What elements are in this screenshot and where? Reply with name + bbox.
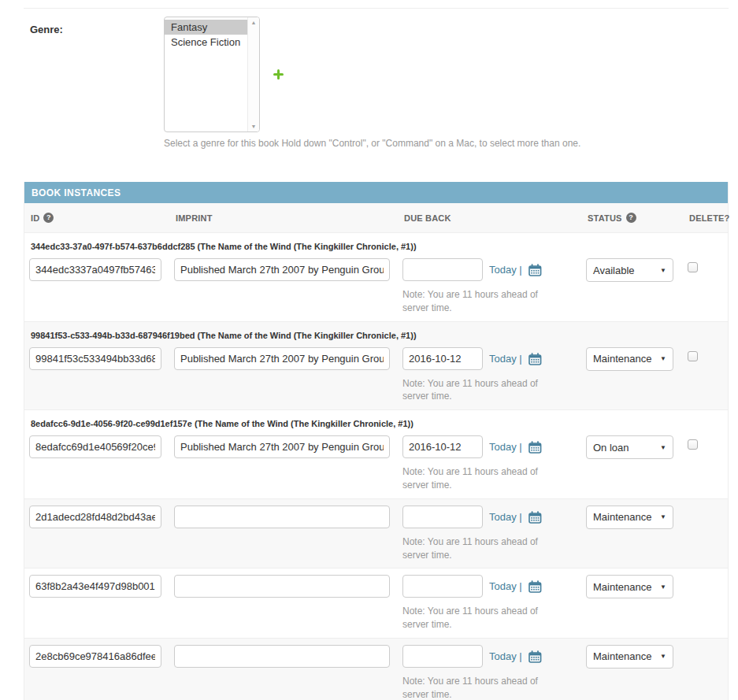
book-instance-row: 8edafcc6-9d1e-4056-9f20-ce99d1ef157e (Th… bbox=[24, 410, 728, 499]
imprint-input[interactable] bbox=[174, 506, 390, 528]
imprint-input[interactable] bbox=[174, 575, 390, 598]
id-input[interactable] bbox=[29, 435, 161, 458]
calendar-icon[interactable] bbox=[528, 441, 542, 454]
id-cell bbox=[29, 506, 174, 528]
today-link[interactable]: Today | bbox=[489, 353, 522, 365]
genre-help-text: Select a genre for this book Hold down "… bbox=[164, 138, 729, 149]
status-select[interactable]: Maintenance ▼ bbox=[586, 645, 673, 669]
id-cell bbox=[29, 575, 174, 598]
delete-cell bbox=[688, 435, 720, 452]
status-select[interactable]: Maintenance ▼ bbox=[586, 347, 673, 371]
genre-form-row: Genre: Fantasy Science Fiction ▲ ▼ Selec… bbox=[24, 8, 729, 149]
imprint-input[interactable] bbox=[174, 258, 390, 281]
column-header-imprint: IMPRINT bbox=[176, 213, 404, 223]
book-instance-row: Today | Note: You are 1 bbox=[24, 639, 728, 700]
instance-label: 344edc33-37a0-497f-b574-637b6ddcf285 (Th… bbox=[31, 242, 720, 251]
due-back-cell: Today | Note: You are 1 bbox=[402, 506, 586, 562]
imprint-input[interactable] bbox=[174, 347, 390, 370]
due-back-cell: Today | Note: You are 1 bbox=[402, 575, 586, 631]
genre-option-fantasy[interactable]: Fantasy bbox=[165, 20, 247, 35]
server-time-note: Note: You are 11 hours ahead of server t… bbox=[402, 605, 546, 631]
id-input[interactable] bbox=[29, 575, 161, 598]
calendar-icon[interactable] bbox=[528, 511, 542, 524]
calendar-icon[interactable] bbox=[528, 353, 542, 365]
due-back-cell: Today | Note: You are 1 bbox=[402, 435, 586, 492]
status-cell: Maintenance ▼ bbox=[586, 575, 688, 598]
delete-checkbox[interactable] bbox=[688, 439, 698, 450]
today-link[interactable]: Today | bbox=[489, 441, 522, 453]
id-cell bbox=[29, 645, 174, 668]
imprint-cell bbox=[174, 575, 402, 598]
calendar-icon[interactable] bbox=[528, 580, 542, 593]
status-select-value: On loan bbox=[593, 442, 629, 454]
today-link[interactable]: Today | bbox=[489, 511, 522, 523]
status-select-value: Maintenance bbox=[593, 650, 651, 662]
genre-option-science-fiction[interactable]: Science Fiction bbox=[165, 35, 247, 50]
delete-checkbox[interactable] bbox=[688, 351, 698, 361]
status-select[interactable]: Available ▼ bbox=[586, 258, 673, 282]
column-header-status: STATUS ? bbox=[588, 213, 689, 223]
chevron-down-icon: ▼ bbox=[660, 444, 666, 451]
status-select[interactable]: Maintenance ▼ bbox=[586, 506, 673, 529]
imprint-input[interactable] bbox=[174, 645, 390, 668]
imprint-cell bbox=[174, 506, 402, 528]
genre-option-list: Fantasy Science Fiction bbox=[165, 17, 247, 131]
status-help-question-icon: ? bbox=[626, 213, 636, 223]
listbox-scrollbar[interactable]: ▲ ▼ bbox=[247, 17, 259, 131]
imprint-cell bbox=[174, 258, 402, 281]
status-cell: Available ▼ bbox=[586, 258, 688, 282]
calendar-icon[interactable] bbox=[528, 650, 542, 663]
chevron-down-icon: ▼ bbox=[660, 355, 666, 362]
due-back-cell: Today | Note: You are 1 bbox=[402, 347, 586, 404]
imprint-cell bbox=[174, 645, 402, 668]
calendar-icon[interactable] bbox=[528, 264, 542, 276]
due-back-input[interactable] bbox=[402, 575, 483, 598]
genre-label: Genre: bbox=[30, 17, 164, 132]
imprint-cell bbox=[174, 347, 402, 370]
status-cell: On loan ▼ bbox=[586, 435, 688, 459]
due-back-input[interactable] bbox=[402, 435, 483, 458]
due-back-input[interactable] bbox=[402, 347, 483, 370]
server-time-note: Note: You are 11 hours ahead of server t… bbox=[402, 465, 546, 492]
id-input[interactable] bbox=[29, 506, 161, 528]
status-select[interactable]: Maintenance ▼ bbox=[586, 575, 673, 598]
due-back-cell: Today | Note: You are 1 bbox=[402, 258, 586, 315]
status-select-value: Available bbox=[593, 265, 635, 276]
due-back-input[interactable] bbox=[402, 645, 483, 668]
column-header-id: ID ? bbox=[31, 213, 176, 223]
book-edit-form: Genre: Fantasy Science Fiction ▲ ▼ Selec… bbox=[24, 8, 729, 700]
id-input[interactable] bbox=[29, 347, 161, 370]
chevron-down-icon: ▼ bbox=[660, 653, 666, 660]
id-cell bbox=[29, 258, 174, 281]
book-instance-row: 344edc33-37a0-497f-b574-637b6ddcf285 (Th… bbox=[24, 233, 728, 322]
status-select-value: Maintenance bbox=[593, 353, 651, 365]
book-instances-panel-title: BOOK INSTANCES bbox=[24, 182, 728, 203]
delete-cell bbox=[688, 258, 720, 275]
book-instance-row: Today | Note: You are 1 bbox=[24, 499, 728, 569]
imprint-input[interactable] bbox=[174, 435, 390, 458]
add-genre-plus-icon[interactable] bbox=[273, 69, 284, 80]
server-time-note: Note: You are 11 hours ahead of server t… bbox=[402, 288, 546, 315]
scroll-down-icon[interactable]: ▼ bbox=[251, 124, 257, 129]
status-cell: Maintenance ▼ bbox=[586, 506, 688, 529]
book-instance-row: Today | Note: You are 1 bbox=[24, 569, 728, 639]
chevron-down-icon: ▼ bbox=[660, 267, 666, 274]
id-input[interactable] bbox=[29, 645, 161, 668]
delete-checkbox[interactable] bbox=[688, 262, 698, 272]
instance-label: 8edafcc6-9d1e-4056-9f20-ce99d1ef157e (Th… bbox=[31, 419, 720, 428]
status-select[interactable]: On loan ▼ bbox=[586, 435, 673, 459]
genre-multiselect[interactable]: Fantasy Science Fiction ▲ ▼ bbox=[164, 17, 260, 132]
due-back-input[interactable] bbox=[402, 258, 483, 281]
today-link[interactable]: Today | bbox=[489, 580, 522, 592]
server-time-note: Note: You are 11 hours ahead of server t… bbox=[402, 377, 546, 404]
today-link[interactable]: Today | bbox=[489, 264, 522, 276]
id-input[interactable] bbox=[29, 258, 161, 281]
status-select-value: Maintenance bbox=[593, 511, 651, 523]
instance-label: 99841f53-c533-494b-b33d-687946f19bed (Th… bbox=[31, 331, 720, 340]
server-time-note: Note: You are 11 hours ahead of server t… bbox=[402, 535, 546, 562]
id-cell bbox=[29, 435, 174, 458]
book-instance-row: 99841f53-c533-494b-b33d-687946f19bed (Th… bbox=[24, 322, 728, 411]
due-back-input[interactable] bbox=[402, 506, 483, 528]
scroll-up-icon[interactable]: ▲ bbox=[251, 20, 257, 25]
today-link[interactable]: Today | bbox=[489, 650, 522, 662]
